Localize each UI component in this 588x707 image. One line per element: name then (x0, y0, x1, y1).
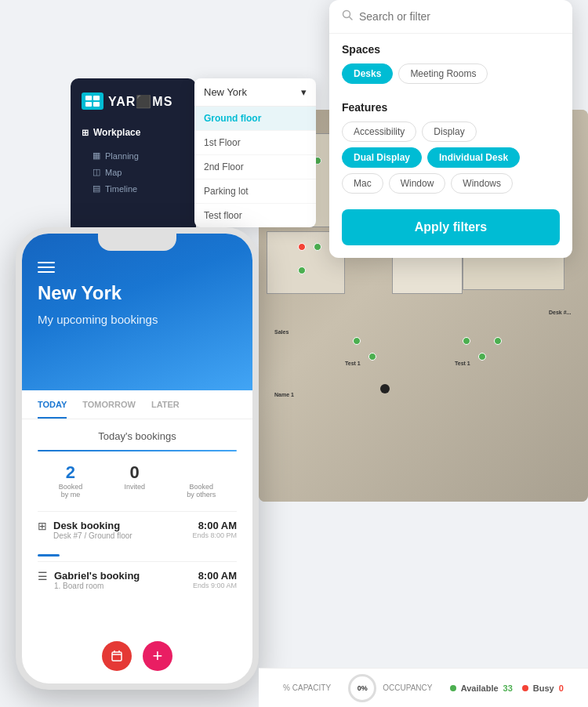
sidebar-item-map[interactable]: ◫ Map (82, 164, 185, 180)
search-input[interactable] (359, 10, 560, 23)
floor-1[interactable]: 1st Floor (194, 131, 316, 155)
occupancy-circle: 0% (348, 674, 376, 702)
stat-invited: 0 Invited (124, 462, 145, 499)
chip-mac[interactable]: Mac (342, 173, 383, 194)
location-header[interactable]: New York ▾ (194, 78, 316, 107)
mobile-phone: New York My upcoming bookings TODAY TOMO… (16, 227, 259, 690)
phone-city: New York (38, 282, 237, 304)
stat-booked-by-me: 2 Bookedby me (59, 462, 83, 499)
floor-test[interactable]: Test floor (194, 204, 316, 227)
busy-dot (522, 685, 528, 691)
logo-text: YAR⬛MS (108, 94, 172, 109)
apply-filters-button[interactable]: Apply filters (342, 209, 560, 245)
available-status: Available 33 (450, 683, 513, 693)
chip-windows[interactable]: Windows (451, 173, 513, 194)
booking-gabriel[interactable]: ☰ Gabriel's booking 1. Board room 8:00 A… (38, 561, 237, 598)
capacity-section: % CAPACITY (283, 683, 331, 692)
chip-dual-display[interactable]: Dual Display (342, 147, 422, 168)
phone-tabs: TODAY TOMORROW LATER (22, 390, 252, 419)
booking-desk[interactable]: ⊞ Desk booking Desk #7 / Ground floor 8:… (38, 511, 237, 548)
bookings-divider (38, 450, 237, 451)
features-section: Features Accessibility Display Dual Disp… (329, 92, 572, 201)
stat-booked-by-others: Bookedby others (187, 462, 216, 499)
phone-subtitle: My upcoming bookings (38, 312, 237, 328)
bookings-title: Today's bookings (38, 430, 237, 442)
blue-bar (38, 554, 60, 557)
svg-rect-3 (93, 102, 100, 107)
svg-rect-1 (93, 96, 100, 100)
chevron-down-icon: ▾ (301, 86, 307, 98)
search-bar[interactable] (329, 0, 572, 34)
occupancy-section: 0% OCCUPANCY (348, 674, 432, 702)
phone-footer: + (22, 641, 252, 671)
available-dot (450, 685, 456, 691)
svg-rect-6 (112, 652, 122, 661)
chip-accessibility[interactable]: Accessibility (342, 121, 416, 142)
chip-meeting-rooms[interactable]: Meeting Rooms (398, 63, 488, 84)
floor-ground[interactable]: Ground floor (194, 107, 316, 131)
map-icon: ◫ (93, 167, 100, 177)
sidebar-section: ⊞ Workplace (82, 127, 185, 138)
location-dropdown: New York ▾ Ground floor 1st Floor 2nd Fl… (194, 78, 316, 227)
tab-today[interactable]: TODAY (38, 390, 67, 419)
delete-button[interactable] (102, 641, 132, 671)
app-logo: YAR⬛MS (82, 92, 185, 110)
floor-2[interactable]: 2nd Floor (194, 155, 316, 179)
gabriel-booking-time: 8:00 AM Ends 9:00 AM (193, 570, 237, 589)
status-bar: % CAPACITY 0% OCCUPANCY Available 33 Bus… (259, 668, 588, 707)
availability-section: Available 33 Busy 0 (450, 683, 564, 693)
tab-later[interactable]: LATER (151, 390, 180, 419)
features-chips: Accessibility Display Dual Display Indiv… (342, 121, 560, 194)
phone-notch (98, 234, 176, 251)
busy-status: Busy 0 (522, 683, 564, 693)
chip-desks[interactable]: Desks (342, 63, 393, 84)
planning-icon: ▦ (93, 150, 100, 161)
hamburger-menu[interactable] (38, 262, 55, 273)
timeline-icon: ▤ (93, 183, 100, 194)
desk-booking-time: 8:00 AM Ends 8:00 PM (192, 520, 237, 539)
phone-header: New York My upcoming bookings (22, 234, 252, 390)
features-label: Features (342, 101, 560, 114)
chip-window[interactable]: Window (389, 173, 446, 194)
floor-parking[interactable]: Parking lot (194, 179, 316, 204)
chip-display[interactable]: Display (422, 121, 476, 142)
svg-line-5 (350, 17, 353, 20)
stats-row: 2 Bookedby me 0 Invited Bookedby others (38, 462, 237, 499)
gabriel-booking-icon: ☰ (38, 570, 48, 582)
search-icon (342, 9, 353, 24)
phone-body: Today's bookings 2 Bookedby me 0 Invited… (22, 419, 252, 609)
gabriel-booking-info: Gabriel's booking 1. Board room (54, 570, 140, 590)
sidebar-item-timeline[interactable]: ▤ Timeline (82, 180, 185, 197)
spaces-chips: Desks Meeting Rooms (342, 63, 560, 84)
spaces-section: Spaces Desks Meeting Rooms (329, 34, 572, 92)
desk-booking-info: Desk booking Desk #7 / Ground floor (53, 520, 132, 540)
svg-rect-0 (85, 96, 92, 100)
booking-gabriel-container: ☰ Gabriel's booking 1. Board room 8:00 A… (38, 554, 237, 598)
svg-rect-2 (85, 102, 92, 107)
chip-individual-desk[interactable]: Individual Desk (427, 147, 520, 168)
spaces-label: Spaces (342, 43, 560, 56)
desk-booking-icon: ⊞ (38, 520, 47, 532)
add-button[interactable]: + (143, 641, 172, 671)
tab-tomorrow[interactable]: TOMORROW (82, 390, 136, 419)
filter-panel: Spaces Desks Meeting Rooms Features Acce… (329, 0, 572, 258)
logo-icon (82, 92, 103, 110)
sidebar-item-planning[interactable]: ▦ Planning (82, 147, 185, 164)
